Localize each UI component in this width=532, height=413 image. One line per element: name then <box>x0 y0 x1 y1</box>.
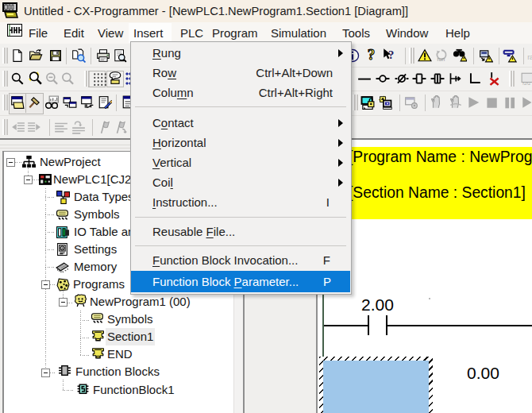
svg-text:?: ? <box>368 48 376 62</box>
svg-text:ra: ra <box>527 53 532 61</box>
svg-text:r2r2: r2r2 <box>522 81 530 86</box>
svg-text:run: run <box>437 56 445 62</box>
svg-text:?: ? <box>388 48 394 61</box>
